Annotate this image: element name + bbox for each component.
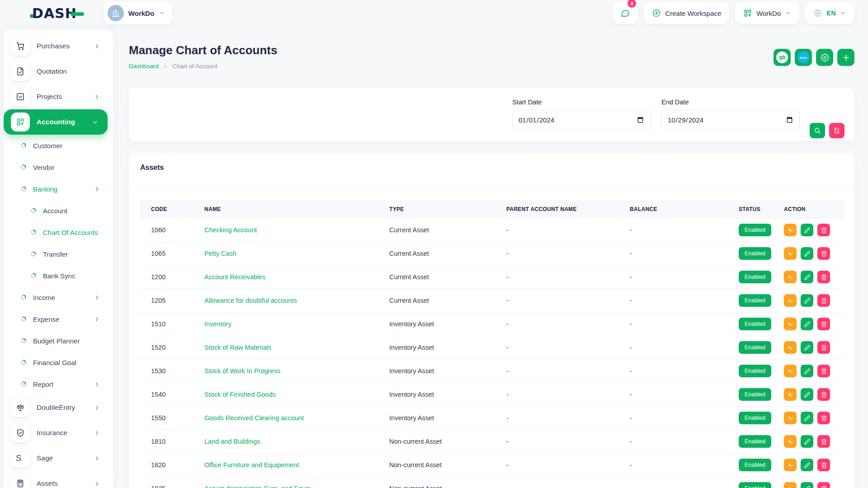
activity-button[interactable] xyxy=(784,388,797,401)
end-date-input[interactable] xyxy=(661,110,800,130)
page-header-actions: qb xero xyxy=(774,49,854,66)
start-date-group: Start Date xyxy=(512,99,651,130)
create-workspace-button[interactable]: Create Workspace xyxy=(644,2,729,24)
sidebar-item[interactable]: Accounting xyxy=(4,109,108,135)
edit-button[interactable] xyxy=(801,412,813,424)
edit-button[interactable] xyxy=(801,318,813,330)
edit-button[interactable] xyxy=(801,482,813,488)
column-header-type: TYPE xyxy=(378,200,495,218)
sidebar-item[interactable]: DoubleEntry xyxy=(4,395,109,420)
account-name-link[interactable]: Inventory xyxy=(204,320,231,328)
activity-button[interactable] xyxy=(784,271,797,283)
divider xyxy=(129,186,854,187)
account-name-link[interactable]: Stock of Work In Progress xyxy=(204,367,280,375)
account-name-link[interactable]: Land and Buildings xyxy=(204,438,260,445)
sidebar-item[interactable]: Quotation xyxy=(4,59,109,84)
edit-button[interactable] xyxy=(801,365,813,377)
trash-icon xyxy=(821,297,827,304)
delete-button[interactable] xyxy=(817,224,830,236)
delete-button[interactable] xyxy=(817,247,830,260)
sidebar-item[interactable]: Expense xyxy=(4,308,109,330)
delete-button[interactable] xyxy=(817,435,830,448)
delete-button[interactable] xyxy=(817,271,830,283)
breadcrumb-dashboard-link[interactable]: Dashboard xyxy=(129,63,159,70)
sidebar-item[interactable]: Bank Sync xyxy=(4,265,109,286)
edit-button[interactable] xyxy=(801,459,813,471)
pencil-icon xyxy=(804,297,811,304)
edit-button[interactable] xyxy=(801,247,813,260)
activity-button[interactable] xyxy=(784,318,797,330)
workspace-selector[interactable]: WorkDo xyxy=(104,2,172,24)
edit-button[interactable] xyxy=(801,435,813,448)
edit-button[interactable] xyxy=(801,341,813,354)
edit-button[interactable] xyxy=(801,224,813,236)
pencil-icon xyxy=(804,274,811,281)
account-name-link[interactable]: Accum.depreciation-Furn. and Equip xyxy=(204,485,311,488)
sidebar-item[interactable]: Financial Goal xyxy=(4,352,109,373)
pencil-icon xyxy=(804,227,811,234)
pulse-icon xyxy=(787,321,794,328)
delete-button[interactable] xyxy=(817,365,830,377)
edit-button[interactable] xyxy=(801,271,813,283)
delete-button[interactable] xyxy=(817,341,830,354)
add-account-button[interactable] xyxy=(837,49,854,66)
activity-button[interactable] xyxy=(784,482,797,488)
language-selector[interactable]: EN xyxy=(805,2,854,24)
sidebar-item[interactable]: Income xyxy=(4,286,109,308)
cell-parent: - xyxy=(495,477,618,488)
sidebar-item[interactable]: Vendor xyxy=(4,156,109,178)
account-name-link[interactable]: Allowance for doubtful accounts xyxy=(204,297,297,304)
account-name-link[interactable]: Office Furniture and Equipement xyxy=(204,461,299,469)
sidebar-item[interactable]: Budget Planner xyxy=(4,330,109,352)
sidebar-item[interactable]: Banking xyxy=(4,178,109,200)
account-name-link[interactable]: Checking Account xyxy=(204,226,257,234)
sidebar-item[interactable]: Chart Of Accounts xyxy=(4,221,109,243)
app-logo[interactable]: DASH xyxy=(30,5,84,21)
sidebar-item[interactable]: Transfer xyxy=(4,243,109,265)
activity-button[interactable] xyxy=(784,412,797,424)
activity-button[interactable] xyxy=(784,459,797,471)
cell-type: Current Asset xyxy=(378,289,495,312)
activity-button[interactable] xyxy=(784,365,797,377)
edit-button[interactable] xyxy=(801,388,813,401)
delete-button[interactable] xyxy=(817,318,830,330)
quickbooks-button[interactable]: qb xyxy=(774,49,791,66)
activity-button[interactable] xyxy=(784,435,797,448)
messages-button[interactable]: 0 xyxy=(613,2,638,24)
edit-button[interactable] xyxy=(801,294,813,307)
delete-button[interactable] xyxy=(817,459,830,471)
app-menu-button[interactable]: WorkDo xyxy=(735,2,799,24)
activity-button[interactable] xyxy=(784,224,797,236)
sidebar-item[interactable]: Insurance xyxy=(4,420,109,446)
delete-button[interactable] xyxy=(817,294,830,307)
settings-button[interactable] xyxy=(816,49,833,66)
account-name-link[interactable]: Goods Received Clearing account xyxy=(204,414,304,422)
account-name-link[interactable]: Petty Cash xyxy=(204,250,236,257)
activity-button[interactable] xyxy=(784,247,797,260)
account-name-link[interactable]: Stock of Raw Materials xyxy=(204,344,271,351)
sidebar-item[interactable]: Report xyxy=(4,373,109,395)
sidebar-item[interactable]: Purchases xyxy=(4,33,109,59)
sidebar-item-label: Customer xyxy=(33,142,62,150)
account-name-link[interactable]: Stock of Finished Goods xyxy=(204,391,276,398)
account-name-link[interactable]: Account Receivables xyxy=(204,273,265,281)
table-row: 1510 Inventory Inventory Asset - - Enabl… xyxy=(140,312,844,336)
sidebar-item-icon xyxy=(31,251,36,257)
activity-button[interactable] xyxy=(784,294,797,307)
delete-button[interactable] xyxy=(817,388,830,401)
sidebar-item[interactable]: S Sage xyxy=(4,446,109,471)
messages-count-badge: 0 xyxy=(627,0,636,8)
delete-button[interactable] xyxy=(817,412,830,424)
sidebar-item-icon xyxy=(11,113,30,131)
xero-button[interactable]: xero xyxy=(795,49,812,66)
sidebar-item[interactable]: Customer xyxy=(4,135,109,156)
search-button[interactable] xyxy=(810,123,825,138)
delete-button[interactable] xyxy=(817,482,830,488)
reset-filter-button[interactable] xyxy=(829,123,844,138)
start-date-input[interactable] xyxy=(512,110,651,130)
sidebar-item[interactable]: Assets xyxy=(4,471,109,488)
status-badge: Enabled xyxy=(739,247,771,260)
activity-button[interactable] xyxy=(784,341,797,354)
sidebar-item[interactable]: Account xyxy=(4,200,109,221)
sidebar-item[interactable]: Projects xyxy=(4,84,109,109)
